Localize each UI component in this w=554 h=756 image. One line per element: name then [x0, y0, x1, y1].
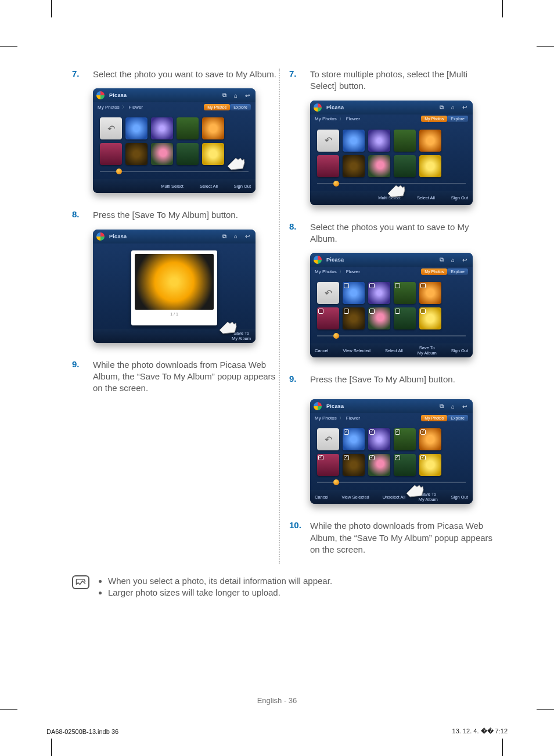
crop-mark — [51, 0, 52, 17]
footer-select-all: Select All — [417, 195, 435, 200]
page-number: English - 36 — [0, 696, 554, 705]
picasa-screenshot-multiselect: Picasa ⧉ ⌂ ↩ My Photos 〉 Flower My Photo… — [310, 253, 473, 357]
step-number: 9. — [72, 359, 93, 395]
thumb — [343, 307, 365, 329]
thumb — [151, 143, 173, 165]
home-icon: ⌂ — [231, 91, 240, 99]
app-brand: Picasa — [326, 257, 344, 263]
step-number: 8. — [72, 209, 93, 221]
column-divider — [279, 69, 280, 564]
photo-large — [135, 254, 214, 310]
thumb — [394, 130, 416, 152]
thumb-back: ↶ — [100, 117, 122, 139]
save-icon: ⧉ — [220, 91, 229, 99]
tab-explore: Explore — [447, 268, 468, 275]
thumb-back: ↶ — [317, 282, 339, 304]
breadcrumb-album: Flower — [346, 116, 360, 121]
thumb — [202, 143, 224, 165]
tab-my-photos: My Photos — [421, 415, 447, 421]
screenshot-wrap: Picasa ⧉ ⌂ ↩ My Photos 〉 Flower My Photo… — [310, 101, 496, 205]
thumb — [177, 143, 199, 165]
footer-sign-out: Sign Out — [451, 348, 468, 353]
footer-multi-select: Multi Select — [161, 184, 184, 189]
breadcrumb-root: My Photos — [315, 269, 337, 274]
picasa-screenshot-browse: Picasa ⧉ ⌂ ↩ My Photos 〉 Flower My Photo… — [93, 88, 256, 193]
pager-dot-icon — [333, 479, 339, 485]
thumb — [419, 155, 441, 177]
picasa-screenshot-browse: Picasa ⧉ ⌂ ↩ My Photos 〉 Flower My Photo… — [310, 101, 473, 205]
thumb — [419, 130, 441, 152]
step-item: 9. While the photo downloads from Picasa… — [72, 359, 279, 395]
thumb — [394, 282, 416, 304]
step-text: To store multiple photos, select the [Mu… — [310, 69, 496, 92]
step-number: 7. — [72, 69, 93, 80]
crop-mark — [502, 0, 503, 17]
thumb — [317, 454, 339, 476]
thumb — [419, 428, 441, 450]
picasa-logo-icon — [96, 232, 105, 241]
breadcrumb-album: Flower — [129, 105, 143, 110]
note-icon — [72, 575, 89, 589]
thumb — [419, 307, 441, 329]
crop-mark — [0, 709, 17, 710]
tab-my-photos: My Photos — [204, 104, 230, 110]
footer-save-to-my-album: Save ToMy Album — [232, 331, 251, 341]
save-icon: ⧉ — [437, 402, 446, 410]
picasa-logo-icon — [314, 402, 322, 410]
left-column: 7. Select the photo you want to save to … — [72, 69, 279, 564]
thumb — [419, 282, 441, 304]
screenshot-wrap: Picasa ⧉ ⌂ ↩ My Photos 〉 Flower My Photo… — [93, 88, 279, 193]
thumb — [368, 454, 390, 476]
thumb — [394, 307, 416, 329]
picasa-logo-icon — [96, 91, 105, 99]
thumb — [419, 454, 441, 476]
step-text: Press the [Save To My Album] button. — [93, 209, 238, 221]
photo-frame: 1 / 1 — [131, 250, 217, 325]
step-text: While the photo downloads from Picasa We… — [310, 520, 496, 556]
thumb — [368, 307, 390, 329]
back-icon: ↩ — [243, 91, 252, 99]
thumb — [368, 282, 390, 304]
thumb — [125, 117, 148, 139]
step-number: 7. — [289, 69, 310, 92]
thumb — [368, 428, 390, 450]
back-icon: ↩ — [460, 103, 469, 112]
thumb — [317, 155, 339, 177]
home-icon: ⌂ — [448, 402, 458, 410]
save-icon: ⧉ — [220, 232, 229, 241]
breadcrumb-sep: 〉 — [122, 104, 127, 110]
step-number: 10. — [289, 520, 310, 556]
thumb — [368, 130, 390, 152]
thumb — [368, 155, 390, 177]
thumb-back: ↶ — [317, 130, 339, 152]
footer-unselect-all: Unselect All — [383, 495, 405, 500]
app-brand: Picasa — [109, 234, 127, 239]
step-item: 9. Press the [Save To My Album] button. — [289, 374, 496, 385]
breadcrumb-album: Flower — [346, 415, 360, 421]
note-item: Larger photo sizes will take longer to u… — [108, 587, 332, 599]
thumb — [151, 117, 173, 139]
back-icon: ↩ — [460, 402, 469, 410]
right-column: 7. To store multiple photos, select the … — [289, 69, 496, 564]
screenshot-wrap: Picasa ⧉ ⌂ ↩ My Photos 〉 Flower My Photo… — [310, 399, 496, 504]
save-icon: ⧉ — [437, 256, 446, 264]
home-icon: ⌂ — [448, 103, 458, 112]
thumb — [343, 454, 365, 476]
thumb — [100, 143, 122, 165]
footer-view-selected: View Selected — [343, 348, 370, 353]
page-content: 7. Select the photo you want to save to … — [72, 69, 496, 599]
thumb — [202, 117, 224, 139]
back-icon: ↩ — [460, 256, 469, 264]
footer-cancel: Cancel — [315, 495, 328, 500]
thumb — [343, 282, 365, 304]
thumb-back: ↶ — [317, 428, 339, 450]
footer-view-selected: View Selected — [341, 495, 369, 500]
footer-sign-out: Sign Out — [234, 184, 251, 189]
step-item: 8. Select the photos you want to save to… — [289, 221, 496, 245]
footer-sign-out: Sign Out — [451, 495, 468, 500]
tab-my-photos: My Photos — [421, 268, 447, 275]
thumb — [317, 307, 339, 329]
home-icon: ⌂ — [448, 256, 458, 264]
breadcrumb-root: My Photos — [315, 415, 337, 421]
photo-counter: 1 / 1 — [135, 312, 214, 316]
